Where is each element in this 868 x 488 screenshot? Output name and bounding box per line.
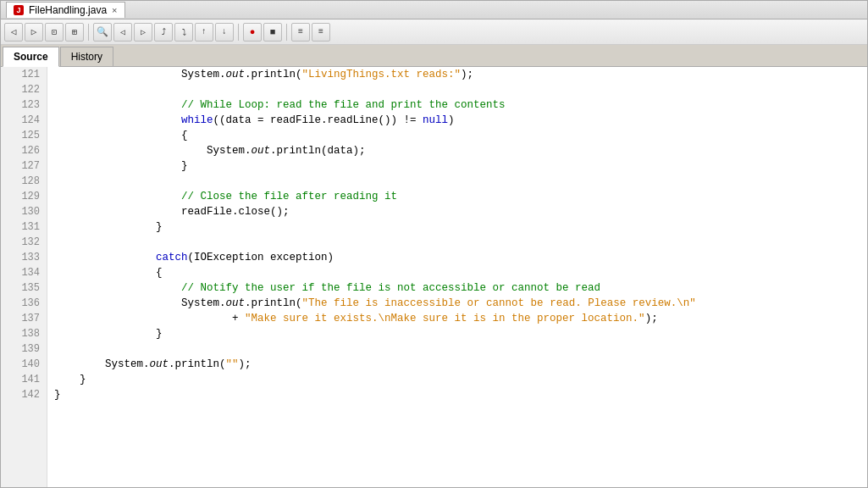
tab-history[interactable]: History xyxy=(60,47,113,66)
toolbar-btn-mark[interactable]: ≡ xyxy=(291,23,310,42)
main-window: J FileHandling.java × ◁ ▷ ⊡ ⊞ 🔍 ◁ ▷ ⤴ ⤵ … xyxy=(0,0,868,488)
line-number: 123 xyxy=(1,97,47,113)
java-icon: J xyxy=(14,5,24,15)
line-number: 128 xyxy=(1,174,47,189)
toolbar-btn-ref3[interactable]: ⤴ xyxy=(154,23,173,42)
code-line: // Close the file after reading it xyxy=(54,189,867,204)
code-line: System.out.println("The file is inaccess… xyxy=(54,296,867,311)
file-tab-label: FileHandling.java xyxy=(29,4,107,16)
toolbar-sep-1 xyxy=(88,24,89,41)
code-line: { xyxy=(54,128,867,143)
code-line: } xyxy=(54,219,867,235)
toolbar-btn-next[interactable]: ⊡ xyxy=(45,23,64,42)
code-line: } xyxy=(54,387,867,402)
line-number: 138 xyxy=(1,326,47,341)
toolbar-btn-ref6[interactable]: ↓ xyxy=(215,23,234,42)
line-number: 126 xyxy=(1,143,47,158)
code-line: System.out.println(data); xyxy=(54,143,867,158)
code-line: } xyxy=(54,372,867,387)
line-number: 135 xyxy=(1,280,47,296)
code-line: } xyxy=(54,326,867,341)
line-number: 134 xyxy=(1,265,47,280)
toolbar-btn-back[interactable]: ◁ xyxy=(4,23,23,42)
line-number: 139 xyxy=(1,341,47,357)
toolbar-btn-ref2[interactable]: ▷ xyxy=(134,23,152,42)
close-tab-button[interactable]: × xyxy=(112,5,117,15)
line-number: 136 xyxy=(1,296,47,311)
code-line xyxy=(54,235,867,250)
code-line: readFile.close(); xyxy=(54,204,867,219)
line-numbers: 1211221231241251261271281291301311321331… xyxy=(1,67,47,402)
code-line: System.out.println(""); xyxy=(54,357,867,372)
line-number: 141 xyxy=(1,372,47,387)
toolbar-sep-2 xyxy=(238,24,239,41)
toolbar-btn-search[interactable]: 🔍 xyxy=(93,23,112,42)
line-number: 125 xyxy=(1,128,47,143)
title-bar: J FileHandling.java × xyxy=(1,1,867,19)
line-number: 127 xyxy=(1,158,47,174)
code-line: // While Loop: read the file and print t… xyxy=(54,97,867,113)
tab-bar: Source History xyxy=(1,45,867,67)
toolbar: ◁ ▷ ⊡ ⊞ 🔍 ◁ ▷ ⤴ ⤵ ↑ ↓ ● ■ ≡ ≡ xyxy=(1,19,867,45)
toolbar-btn-mark2[interactable]: ≡ xyxy=(312,23,330,42)
line-number: 121 xyxy=(1,67,47,82)
code-line: while((data = readFile.readLine()) != nu… xyxy=(54,113,867,128)
tab-source[interactable]: Source xyxy=(3,47,59,67)
line-number: 124 xyxy=(1,113,47,128)
code-line: // Notify the user if the file is not ac… xyxy=(54,280,867,296)
code-line: System.out.println("LivingThings.txt rea… xyxy=(54,67,867,82)
line-number: 131 xyxy=(1,219,47,235)
code-area[interactable]: System.out.println("LivingThings.txt rea… xyxy=(47,67,867,487)
code-lines: System.out.println("LivingThings.txt rea… xyxy=(54,67,867,402)
file-tab[interactable]: J FileHandling.java × xyxy=(6,2,125,18)
code-line xyxy=(54,82,867,97)
line-number: 133 xyxy=(1,250,47,265)
code-line xyxy=(54,341,867,357)
toolbar-btn-ref1[interactable]: ◁ xyxy=(113,23,132,42)
code-line: + "Make sure it exists.\nMake sure it is… xyxy=(54,311,867,326)
line-number: 140 xyxy=(1,357,47,372)
toolbar-sep-3 xyxy=(286,24,287,41)
toolbar-btn-ref4[interactable]: ⤵ xyxy=(174,23,193,42)
toolbar-btn-prev[interactable]: ⊞ xyxy=(65,23,84,42)
line-number: 130 xyxy=(1,204,47,219)
line-number-gutter: 1211221231241251261271281291301311321331… xyxy=(1,67,47,487)
line-number: 129 xyxy=(1,189,47,204)
toolbar-btn-stop[interactable]: ■ xyxy=(263,23,282,42)
line-number: 142 xyxy=(1,387,47,402)
code-line xyxy=(54,174,867,189)
toolbar-btn-run[interactable]: ● xyxy=(243,23,262,42)
line-number: 132 xyxy=(1,235,47,250)
toolbar-btn-ref5[interactable]: ↑ xyxy=(195,23,213,42)
line-number: 122 xyxy=(1,82,47,97)
editor-area: 1211221231241251261271281291301311321331… xyxy=(1,67,867,487)
toolbar-btn-forward[interactable]: ▷ xyxy=(25,23,43,42)
code-line: { xyxy=(54,265,867,280)
code-line: } xyxy=(54,158,867,174)
code-line: catch(IOException exception) xyxy=(54,250,867,265)
line-number: 137 xyxy=(1,311,47,326)
